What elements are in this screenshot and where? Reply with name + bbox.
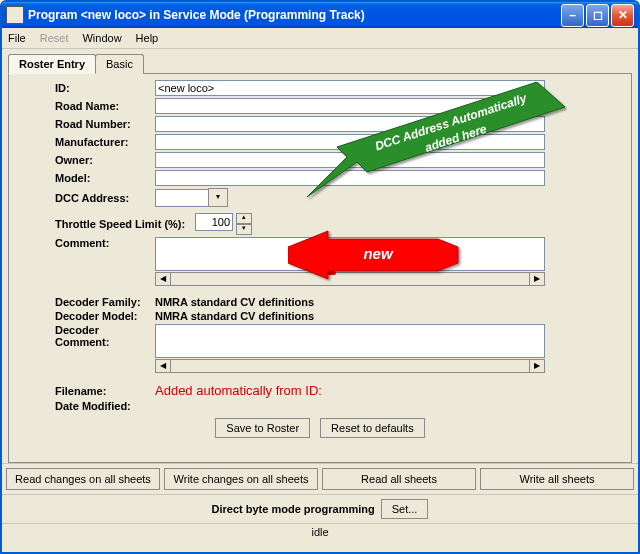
label-decoder-family: Decoder Family: <box>15 296 155 308</box>
label-manufacturer: Manufacturer: <box>15 136 155 148</box>
comment-field[interactable] <box>155 237 545 271</box>
app-window: Program <new loco> in Service Mode (Prog… <box>0 0 640 554</box>
programming-mode-row: Direct byte mode programming Set... <box>2 494 638 523</box>
label-road-name: Road Name: <box>15 100 155 112</box>
menubar: File Reset Window Help <box>2 28 638 49</box>
menu-reset: Reset <box>40 32 69 44</box>
menu-window[interactable]: Window <box>82 32 121 44</box>
label-comment: Comment: <box>15 237 155 249</box>
model-field[interactable] <box>155 170 545 186</box>
owner-field[interactable] <box>155 152 545 168</box>
road-name-field[interactable] <box>155 98 545 114</box>
label-id: ID: <box>15 82 155 94</box>
menu-file[interactable]: File <box>8 32 26 44</box>
tab-roster-entry[interactable]: Roster Entry <box>8 54 96 74</box>
save-to-roster-button[interactable]: Save to Roster <box>215 418 310 438</box>
maximize-button[interactable]: ◻ <box>586 4 609 27</box>
label-decoder-comment: Decoder Comment: <box>15 324 155 348</box>
dcc-dropdown-button[interactable]: ▾ <box>208 188 228 207</box>
tabstrip: Roster Entry Basic <box>8 54 632 74</box>
label-owner: Owner: <box>15 154 155 166</box>
comment-hscroll[interactable]: ◀▶ <box>155 272 545 286</box>
close-button[interactable]: ✕ <box>611 4 634 27</box>
label-model: Model: <box>15 172 155 184</box>
roster-pane: ID: Road Name: Road Number: Manufacturer… <box>8 73 632 463</box>
status-bar: idle <box>2 523 638 540</box>
decoder-model-value: NMRA standard CV definitions <box>155 310 625 322</box>
label-road-number: Road Number: <box>15 118 155 130</box>
tab-basic[interactable]: Basic <box>95 54 144 74</box>
minimize-button[interactable]: – <box>561 4 584 27</box>
write-changes-button[interactable]: Write changes on all sheets <box>164 468 318 490</box>
label-dcc-address: DCC Address: <box>15 192 155 204</box>
throttle-up-button[interactable]: ▴ <box>236 213 252 224</box>
set-mode-button[interactable]: Set... <box>381 499 429 519</box>
label-decoder-model: Decoder Model: <box>15 310 155 322</box>
titlebar: Program <new loco> in Service Mode (Prog… <box>2 2 638 28</box>
annotation-red-dash <box>320 271 336 275</box>
road-number-field[interactable] <box>155 116 545 132</box>
sheet-buttons-row: Read changes on all sheets Write changes… <box>2 463 638 494</box>
reset-defaults-button[interactable]: Reset to defaults <box>320 418 425 438</box>
manufacturer-field[interactable] <box>155 134 545 150</box>
write-all-button[interactable]: Write all sheets <box>480 468 634 490</box>
app-icon <box>6 6 24 24</box>
programming-mode-label: Direct byte mode programming <box>212 503 375 515</box>
throttle-down-button[interactable]: ▾ <box>236 224 252 235</box>
dcc-address-field[interactable] <box>155 189 209 207</box>
label-date-modified: Date Modified: <box>15 400 155 412</box>
decoder-comment-field[interactable] <box>155 324 545 358</box>
id-field[interactable] <box>155 80 545 96</box>
window-title: Program <new loco> in Service Mode (Prog… <box>28 8 561 22</box>
read-all-button[interactable]: Read all sheets <box>322 468 476 490</box>
read-changes-button[interactable]: Read changes on all sheets <box>6 468 160 490</box>
decoder-comment-hscroll[interactable]: ◀▶ <box>155 359 545 373</box>
label-filename: Filename: <box>15 385 155 397</box>
filename-note: Added automatically from ID: <box>155 383 625 398</box>
decoder-family-value: NMRA standard CV definitions <box>155 296 625 308</box>
throttle-field[interactable] <box>195 213 233 231</box>
label-throttle: Throttle Speed Limit (%): <box>15 218 195 230</box>
menu-help[interactable]: Help <box>136 32 159 44</box>
